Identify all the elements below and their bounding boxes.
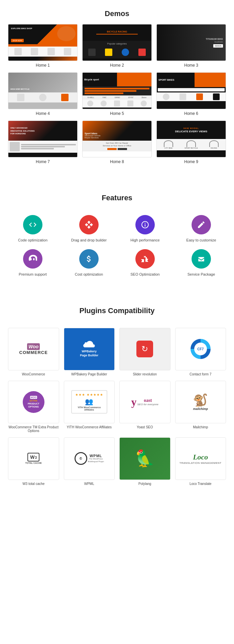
demo-thumb-home6[interactable]: SPORT BIKES bbox=[156, 72, 226, 109]
demo-home8[interactable]: Sport bikes Advanced Vehicle Repair Serv… bbox=[82, 121, 152, 164]
feature-label-customize: Easy to customize bbox=[186, 238, 216, 242]
plugin-thumb-woo-extra: Woo EXTRA PRODUCTOPTIONS bbox=[8, 381, 59, 423]
plugin-mailchimp[interactable]: 🐒 mailchimp Mailchimp bbox=[175, 381, 226, 433]
plugin-thumb-wpbakery: WPBakeryPage Builder bbox=[64, 328, 115, 370]
code-optimization-icon bbox=[23, 215, 42, 234]
support-icon bbox=[23, 249, 42, 269]
package-icon bbox=[192, 249, 211, 269]
feature-label-cost: Cost optimization bbox=[75, 272, 103, 277]
demo-thumb-home2[interactable]: BICYCLE RACING Popular categories bbox=[82, 24, 152, 61]
feature-label-support: Premium support bbox=[19, 272, 47, 277]
feature-label-seo: SEO Optimization bbox=[130, 272, 159, 277]
demo-home5[interactable]: Bicycle sport B+WELL YMIC GRIND JOYNT Dk… bbox=[82, 72, 152, 116]
demo-thumb-home7[interactable]: Only AdvancedInnovative SolutionsFor Hor… bbox=[8, 121, 78, 157]
feature-support: Premium support bbox=[8, 249, 57, 277]
plugin-thumb-slider-revolution: ↻ bbox=[119, 328, 170, 370]
plugin-yith[interactable]: ★★★ ★★★★★ 👥 YITH WooCommerceAffiliates Y… bbox=[64, 381, 115, 433]
drag-drop-icon bbox=[79, 215, 99, 234]
plugins-title: Plugins Compatibility bbox=[8, 297, 226, 321]
plugin-label-wpbakery: WPBakery Page Builder bbox=[71, 372, 107, 376]
features-grid: Code optimization Drag and drop builder … bbox=[8, 215, 226, 277]
plugin-loco-translate[interactable]: Loco Translation Management Loco Transla… bbox=[175, 437, 226, 486]
demo-home1[interactable]: Explore bike shop SHOP NOW Home 1 bbox=[8, 24, 78, 68]
plugin-contact-form-7[interactable]: CF7 Contact form 7 bbox=[175, 328, 226, 376]
customize-icon bbox=[192, 215, 211, 234]
demo-home4[interactable]: HIGH END BICYCLE Home 4 bbox=[8, 72, 78, 116]
demo-home6[interactable]: SPORT BIKES Home 6 bbox=[156, 72, 226, 116]
demos-grid: Explore bike shop SHOP NOW Home 1 BICYCL… bbox=[0, 24, 234, 167]
plugin-label-mailchimp: Mailchimp bbox=[193, 425, 208, 429]
plugin-woocommerce[interactable]: Woo COMMERCE WooCommerce bbox=[8, 328, 59, 376]
plugin-label-contact-form-7: Contact form 7 bbox=[190, 372, 212, 376]
plugin-label-polylang: Polylang bbox=[138, 482, 151, 486]
demo-label-home6: Home 6 bbox=[184, 111, 198, 116]
cost-icon bbox=[79, 249, 99, 269]
plugins-grid: Woo COMMERCE WooCommerce WPBakeryPage Bu… bbox=[8, 328, 226, 486]
plugin-w3-cache[interactable]: W3 TOTAL CACHE W3 total cache bbox=[8, 437, 59, 486]
feature-label-drag: Drag and drop builder bbox=[71, 238, 107, 242]
performance-icon bbox=[135, 215, 155, 234]
plugin-thumb-woocommerce: Woo COMMERCE bbox=[8, 328, 59, 370]
plugin-yoast[interactable]: y oast SEO for everyone Yoast SEO bbox=[119, 381, 170, 433]
plugin-label-woo-extra: WooCommerce TM Extra Product Options bbox=[8, 425, 59, 433]
plugin-thumb-yith: ★★★ ★★★★★ 👥 YITH WooCommerceAffiliates bbox=[64, 381, 115, 423]
feature-drag-drop: Drag and drop builder bbox=[64, 215, 114, 242]
plugin-slider-revolution[interactable]: ↻ Slider revolution bbox=[119, 328, 170, 376]
demo-label-home1: Home 1 bbox=[36, 63, 50, 68]
plugin-woo-extra[interactable]: Woo EXTRA PRODUCTOPTIONS WooCommerce TM … bbox=[8, 381, 59, 433]
demo-thumb-home4[interactable]: HIGH END BICYCLE bbox=[8, 72, 78, 109]
demo-thumb-home3[interactable]: TITANIUM BIKE DuraMobile DESIGN bbox=[156, 24, 226, 61]
demo-label-home3: Home 3 bbox=[184, 63, 198, 68]
demo-home9[interactable]: NEW MODEL DELICATE EVERY VIEWS CITY BIKE… bbox=[156, 121, 226, 164]
plugin-thumb-yoast: y oast SEO for everyone bbox=[119, 381, 170, 423]
plugin-polylang[interactable]: 🦜 Polylang bbox=[119, 437, 170, 486]
feature-label-performance: High performance bbox=[130, 238, 159, 242]
plugin-label-loco-translate: Loco Translate bbox=[190, 482, 212, 486]
features-section: Features Code optimization Drag and drop… bbox=[0, 174, 234, 280]
plugin-thumb-w3-cache: W3 TOTAL CACHE bbox=[8, 437, 59, 480]
demo-thumb-home9[interactable]: NEW MODEL DELICATE EVERY VIEWS CITY BIKE… bbox=[156, 121, 226, 157]
demo-thumb-home5[interactable]: Bicycle sport B+WELL YMIC GRIND JOYNT Dk… bbox=[82, 72, 152, 109]
demo-label-home9: Home 9 bbox=[184, 159, 198, 164]
plugin-thumb-loco-translate: Loco Translation Management bbox=[175, 437, 226, 480]
plugin-label-wpml: WPML bbox=[84, 482, 94, 486]
features-title: Features bbox=[8, 184, 226, 208]
plugin-thumb-contact-form-7: CF7 bbox=[175, 328, 226, 370]
demo-home2[interactable]: BICYCLE RACING Popular categories Home 2 bbox=[82, 24, 152, 68]
demo-label-home5: Home 5 bbox=[110, 111, 124, 116]
demo-label-home2: Home 2 bbox=[110, 63, 124, 68]
demo-thumb-home1[interactable]: Explore bike shop SHOP NOW bbox=[8, 24, 78, 61]
feature-package: Service Package bbox=[177, 249, 226, 277]
feature-code-optimization: Code optimization bbox=[8, 215, 57, 242]
feature-cost: Cost optimization bbox=[64, 249, 114, 277]
feature-customize: Easy to customize bbox=[177, 215, 226, 242]
feature-label-code: Code optimization bbox=[18, 238, 47, 242]
plugin-label-woocommerce: WooCommerce bbox=[22, 372, 45, 376]
plugin-label-slider-revolution: Slider revolution bbox=[133, 372, 157, 376]
feature-seo: SEO Optimization bbox=[120, 249, 170, 277]
plugin-wpbakery[interactable]: WPBakeryPage Builder WPBakery Page Build… bbox=[64, 328, 115, 376]
plugin-thumb-polylang: 🦜 bbox=[119, 437, 170, 480]
plugin-label-w3-cache: W3 total cache bbox=[22, 482, 44, 486]
feature-label-package: Service Package bbox=[188, 272, 215, 277]
plugin-label-yoast: Yoast SEO bbox=[137, 425, 153, 429]
plugin-label-yith: YITH WooCommerce Affiliates bbox=[67, 425, 112, 429]
feature-performance: High performance bbox=[120, 215, 170, 242]
demo-label-home4: Home 4 bbox=[36, 111, 50, 116]
seo-icon bbox=[135, 249, 155, 269]
demo-label-home8: Home 8 bbox=[110, 159, 124, 164]
plugin-wpml[interactable]: © WPML The WordPressMultilingual Plugin … bbox=[64, 437, 115, 486]
demo-label-home7: Home 7 bbox=[36, 159, 50, 164]
demo-home3[interactable]: TITANIUM BIKE DuraMobile DESIGN Home 3 bbox=[156, 24, 226, 68]
demo-home7[interactable]: Only AdvancedInnovative SolutionsFor Hor… bbox=[8, 121, 78, 164]
plugin-thumb-mailchimp: 🐒 mailchimp bbox=[175, 381, 226, 423]
plugins-section: Plugins Compatibility Woo COMMERCE WooCo… bbox=[0, 287, 234, 489]
demos-title: Demos bbox=[0, 0, 234, 24]
plugin-thumb-wpml: © WPML The WordPressMultilingual Plugin bbox=[64, 437, 115, 480]
demo-thumb-home8[interactable]: Sport bikes Advanced Vehicle Repair Serv… bbox=[82, 121, 152, 157]
